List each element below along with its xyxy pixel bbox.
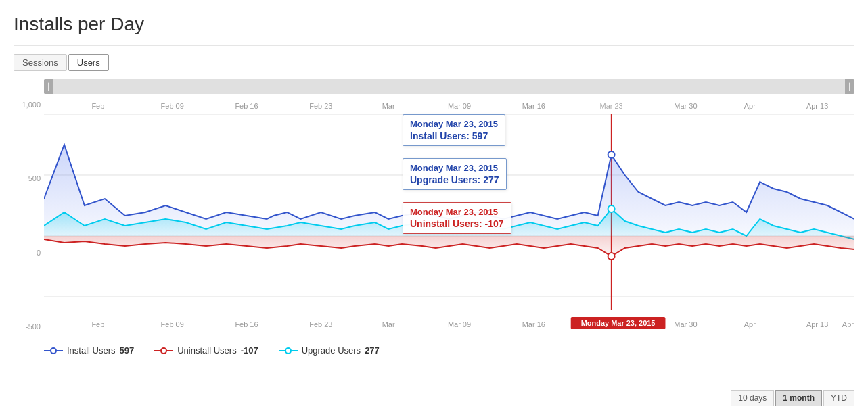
legend-install-label: Install Users	[67, 345, 116, 356]
page: Installs per Day Sessions Users ┃ ┃ 1,00…	[0, 0, 868, 413]
y-label--500: -500	[14, 322, 41, 331]
svg-text:Feb 16: Feb 16	[235, 102, 258, 110]
svg-text:Monday Mar 23, 2015: Monday Mar 23, 2015	[581, 319, 656, 327]
legend-upgrade-label: Upgrade Users	[302, 345, 361, 356]
svg-text:Mar 30: Mar 30	[674, 102, 697, 110]
svg-text:Mar: Mar	[382, 320, 395, 329]
chart-area: ┃ ┃ 1,000 500 0 -500	[14, 79, 854, 343]
svg-text:Mar 16: Mar 16	[522, 320, 545, 329]
time-btn-1month[interactable]: 1 month	[775, 390, 822, 406]
svg-text:Feb 16: Feb 16	[235, 320, 258, 329]
legend-uninstall: Uninstall Users -107	[154, 345, 258, 356]
svg-text:Apr 13: Apr 13	[806, 320, 828, 329]
legend-upgrade-value: 277	[365, 345, 380, 356]
legend-uninstall-label: Uninstall Users	[177, 345, 236, 356]
svg-text:Mar: Mar	[382, 102, 395, 110]
y-axis: 1,000 500 0 -500	[14, 94, 44, 337]
time-btn-10days[interactable]: 10 days	[731, 390, 774, 406]
legend-install-line	[44, 350, 63, 351]
time-btn-ytd[interactable]: YTD	[823, 390, 854, 406]
svg-text:Mar 30: Mar 30	[674, 320, 697, 329]
scrollbar-handle-right[interactable]: ┃	[845, 79, 854, 94]
svg-text:Apr 13: Apr 13	[806, 102, 828, 110]
legend-uninstall-value: -107	[241, 345, 258, 356]
divider	[14, 45, 854, 46]
chart-svg: Feb Feb 09 Feb 16 Feb 23 Mar Mar 09 Mar …	[44, 94, 854, 337]
y-label-500: 500	[14, 174, 41, 183]
time-buttons: 10 days 1 month YTD	[731, 390, 854, 406]
tab-bar: Sessions Users	[14, 54, 854, 71]
svg-text:Apr 2: Apr 2	[842, 320, 854, 329]
tab-sessions[interactable]: Sessions	[14, 54, 67, 71]
page-title: Installs per Day	[14, 14, 854, 35]
scrollbar-top[interactable]: ┃ ┃	[44, 79, 854, 94]
tab-users[interactable]: Users	[68, 54, 109, 71]
svg-text:Feb 23: Feb 23	[309, 102, 332, 110]
chart-wrapper: 1,000 500 0 -500	[14, 94, 854, 337]
svg-text:Mar 16: Mar 16	[522, 102, 545, 110]
svg-text:Mar 09: Mar 09	[448, 102, 471, 110]
svg-text:Mar 09: Mar 09	[448, 320, 471, 329]
svg-text:Mar 23: Mar 23	[600, 102, 623, 110]
svg-text:Apr: Apr	[744, 320, 756, 329]
chart-svg-container: Feb Feb 09 Feb 16 Feb 23 Mar Mar 09 Mar …	[44, 94, 854, 337]
y-label-0: 0	[14, 249, 41, 257]
legend-upgrade: Upgrade Users 277	[279, 345, 380, 356]
svg-point-34	[608, 253, 615, 260]
legend-install: Install Users 597	[44, 345, 134, 356]
svg-text:Feb 23: Feb 23	[309, 320, 332, 329]
scrollbar-track	[44, 79, 854, 94]
svg-text:Feb: Feb	[91, 102, 104, 110]
legend-uninstall-dot	[160, 347, 167, 354]
legend-upgrade-line	[279, 350, 298, 351]
legend-install-value: 597	[120, 345, 135, 356]
scrollbar-handle-left[interactable]: ┃	[44, 79, 53, 94]
svg-point-33	[608, 205, 615, 212]
svg-text:Feb 09: Feb 09	[161, 320, 184, 329]
svg-point-32	[608, 151, 615, 158]
legend-uninstall-line	[154, 350, 173, 351]
y-label-1000: 1,000	[14, 101, 41, 109]
svg-text:Feb 09: Feb 09	[161, 102, 184, 110]
legend: Install Users 597 Uninstall Users -107 U…	[44, 345, 854, 356]
svg-text:Feb: Feb	[91, 320, 104, 329]
legend-upgrade-dot	[285, 347, 292, 354]
svg-text:Apr: Apr	[744, 102, 756, 110]
legend-install-dot	[50, 347, 57, 354]
